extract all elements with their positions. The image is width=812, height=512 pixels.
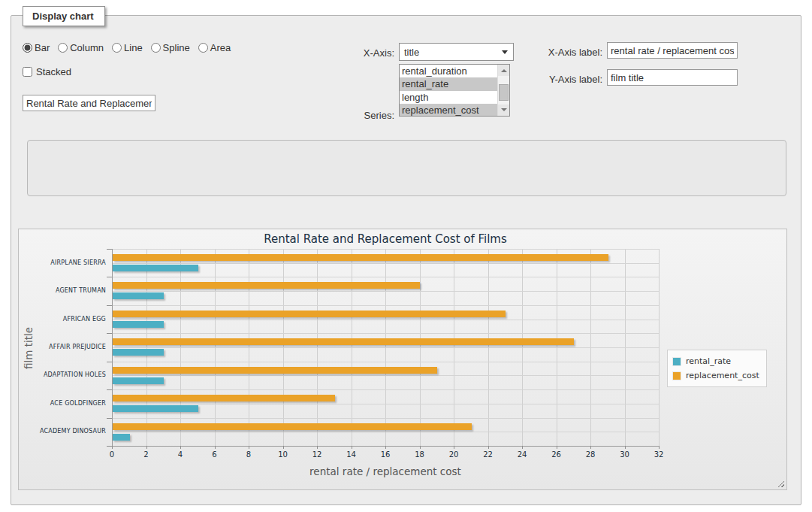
stacked-checkbox[interactable] bbox=[23, 67, 32, 77]
chart-type-radio-spline[interactable] bbox=[151, 43, 161, 53]
x-axis-tick bbox=[659, 446, 660, 449]
category-label: ACE GOLDFINGER bbox=[20, 400, 106, 407]
row-range-panel: Start row: Number of rows: Go bbox=[27, 140, 786, 196]
arrow-down-icon bbox=[501, 108, 507, 111]
chart-title: Rental Rate and Replacement Cost of Film… bbox=[112, 232, 659, 246]
gridline-vertical bbox=[659, 249, 660, 446]
x-axis-tick bbox=[488, 446, 489, 449]
series-option-replacement_cost[interactable]: replacement_cost bbox=[400, 104, 509, 117]
resize-handle-icon[interactable] bbox=[776, 479, 784, 487]
chart-type-option-column[interactable]: Column bbox=[58, 42, 104, 53]
y-axis-label-input[interactable] bbox=[607, 69, 738, 86]
chart-type-option-bar[interactable]: Bar bbox=[23, 42, 50, 53]
chart-legend: rental_ratereplacement_cost bbox=[667, 350, 767, 387]
bar-replacement_cost bbox=[113, 311, 506, 317]
x-axis-tick bbox=[180, 446, 181, 449]
chart-type-option-area[interactable]: Area bbox=[198, 42, 231, 53]
x-axis-tick-label: 20 bbox=[442, 450, 465, 459]
chart-type-radio-column[interactable] bbox=[58, 43, 68, 53]
x-axis-tick bbox=[385, 446, 386, 449]
series-option-rental_rate[interactable]: rental_rate bbox=[400, 77, 509, 90]
series-scrollbar[interactable] bbox=[497, 65, 509, 116]
x-axis-select-label: X-Axis: bbox=[344, 47, 394, 59]
bar-replacement_cost bbox=[113, 395, 335, 401]
x-axis-title: rental rate / replacement cost bbox=[112, 465, 659, 477]
stacked-checkbox-row: Stacked bbox=[23, 66, 71, 77]
fieldset-legend: Display chart bbox=[23, 6, 105, 26]
chart-type-option-line[interactable]: Line bbox=[112, 42, 143, 53]
chart-type-label: Column bbox=[70, 42, 104, 53]
y-axis-tick bbox=[107, 418, 112, 419]
bar-replacement_cost bbox=[113, 367, 437, 374]
arrow-up-icon bbox=[501, 69, 507, 72]
scrollbar-thumb[interactable] bbox=[499, 84, 509, 101]
gridline-horizontal bbox=[112, 375, 659, 376]
chart-type-radio-bar[interactable] bbox=[23, 43, 32, 53]
bar-rental_rate bbox=[113, 405, 198, 412]
x-axis-tick-label: 18 bbox=[409, 450, 431, 459]
x-axis-label-input[interactable] bbox=[607, 42, 738, 59]
bar-rental_rate bbox=[113, 292, 164, 299]
chart-title-input[interactable] bbox=[23, 95, 155, 111]
y-axis-tick bbox=[107, 277, 112, 277]
chart-type-label: Bar bbox=[35, 42, 50, 53]
x-axis-tick bbox=[283, 446, 284, 449]
y-axis-tick bbox=[107, 446, 112, 447]
x-axis-tick bbox=[249, 446, 249, 449]
chart-type-radio-area[interactable] bbox=[198, 43, 208, 53]
chart-type-option-spline[interactable]: Spline bbox=[151, 42, 190, 53]
chart-type-label: Line bbox=[124, 42, 143, 53]
bar-rental_rate bbox=[113, 349, 164, 356]
x-axis-tick bbox=[522, 446, 523, 449]
y-axis-label-label: Y-Axis label: bbox=[535, 74, 602, 85]
gridline-horizontal bbox=[112, 347, 659, 348]
scroll-down-button[interactable] bbox=[498, 105, 510, 116]
gridline-horizontal bbox=[112, 291, 659, 292]
chart-type-radio-line[interactable] bbox=[112, 43, 122, 53]
y-axis-tick bbox=[107, 249, 112, 250]
gridline-horizontal bbox=[112, 305, 659, 306]
x-axis-tick-label: 12 bbox=[306, 450, 328, 459]
legend-label: rental_rate bbox=[686, 356, 731, 366]
chart-type-label: Spline bbox=[163, 42, 190, 53]
bar-rental_rate bbox=[113, 321, 164, 328]
series-option-length[interactable]: length bbox=[400, 91, 509, 104]
y-axis-tick bbox=[107, 389, 112, 390]
x-axis-tick bbox=[317, 446, 318, 449]
chart-container: Rental Rate and Replacement Cost of Film… bbox=[18, 229, 787, 490]
category-label: ACADEMY DINOSAUR bbox=[20, 428, 106, 435]
app-page: Display chart BarColumnLineSplineArea St… bbox=[0, 0, 812, 512]
x-axis-tick-label: 24 bbox=[511, 450, 533, 459]
x-axis-selected-value: title bbox=[404, 47, 419, 58]
series-multiselect[interactable]: rental_durationrental_ratelengthreplacem… bbox=[399, 64, 510, 117]
x-axis-tick bbox=[454, 446, 454, 449]
x-axis-tick-label: 0 bbox=[101, 450, 123, 459]
x-axis-tick-label: 16 bbox=[374, 450, 397, 459]
gridline-horizontal bbox=[112, 263, 659, 264]
series-option-rental_duration[interactable]: rental_duration bbox=[400, 65, 509, 77]
x-axis-tick-label: 6 bbox=[204, 450, 226, 459]
chevron-down-icon bbox=[502, 50, 508, 54]
x-axis-tick bbox=[146, 446, 147, 449]
gridline-horizontal bbox=[112, 389, 659, 390]
y-axis-line bbox=[112, 249, 113, 446]
category-label: AGENT TRUMAN bbox=[20, 287, 106, 294]
x-axis-tick-label: 4 bbox=[169, 450, 192, 459]
gridline-horizontal bbox=[112, 320, 659, 320]
bar-rental_rate bbox=[113, 377, 164, 384]
legend-item-replacement_cost[interactable]: replacement_cost bbox=[672, 368, 759, 383]
x-axis-select[interactable]: title bbox=[399, 43, 514, 61]
scroll-up-button[interactable] bbox=[498, 65, 510, 76]
legend-item-rental_rate[interactable]: rental_rate bbox=[672, 354, 759, 368]
x-axis-label-label: X-Axis label: bbox=[535, 47, 602, 58]
stacked-label: Stacked bbox=[36, 66, 71, 77]
x-axis-tick bbox=[625, 446, 626, 449]
x-axis-tick bbox=[215, 446, 216, 449]
x-axis-tick bbox=[557, 446, 557, 449]
bar-replacement_cost bbox=[113, 423, 472, 430]
bar-rental_rate bbox=[113, 265, 198, 271]
x-axis-tick-label: 14 bbox=[340, 450, 363, 459]
bar-replacement_cost bbox=[113, 254, 608, 261]
x-axis-tick-label: 22 bbox=[477, 450, 500, 459]
x-axis-tick-label: 30 bbox=[614, 450, 636, 459]
